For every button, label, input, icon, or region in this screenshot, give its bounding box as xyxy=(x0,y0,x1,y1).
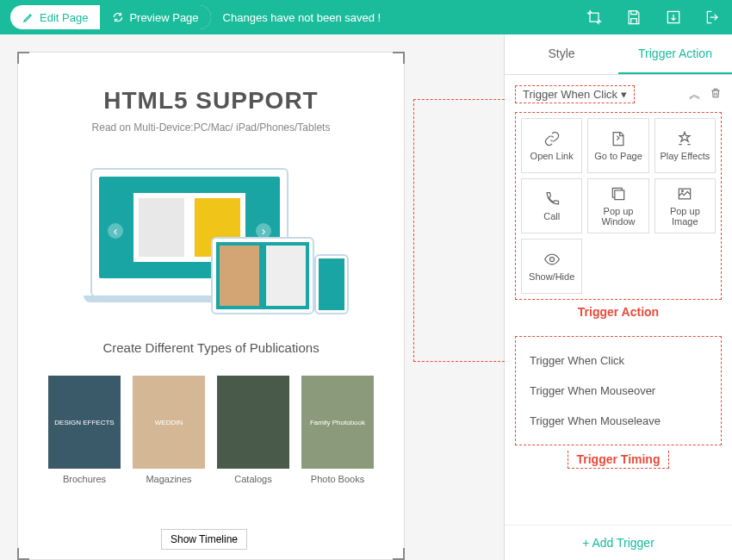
corner-handle-tr[interactable] xyxy=(393,52,405,64)
timing-option[interactable]: Trigger When Click xyxy=(524,345,712,376)
trigger-timing-dropdown[interactable]: Trigger When Click ▾ xyxy=(515,85,635,103)
trigger-dropdown-label: Trigger When Click xyxy=(523,88,617,101)
trigger-timing-list: Trigger When ClickTrigger When Mouseover… xyxy=(515,336,722,445)
crop-icon[interactable] xyxy=(586,9,603,26)
add-trigger-button[interactable]: + Add Trigger xyxy=(505,525,732,560)
publication-cover: DESIGN EFFECTS xyxy=(48,376,121,469)
action-open-link[interactable]: Open Link xyxy=(521,118,582,173)
publication-item[interactable]: WEDDINMagazines xyxy=(133,376,205,484)
unsaved-message: Changes have not been saved ! xyxy=(223,11,382,24)
panel-tabs: Style Trigger Action xyxy=(505,34,732,75)
annotation-trigger-action: Trigger Action xyxy=(515,305,722,319)
publication-item[interactable]: Family PhotobookPhoto Books xyxy=(301,376,374,484)
publication-cover xyxy=(217,376,289,469)
play-effects-icon xyxy=(676,130,693,147)
annotation-connector xyxy=(413,99,505,362)
action-label: Open Link xyxy=(530,151,574,161)
top-toolbar: Edit Page Preview Page Changes have not … xyxy=(0,0,732,34)
call-icon xyxy=(543,190,561,208)
publication-label: Catalogs xyxy=(217,474,289,484)
preview-page-button[interactable]: Preview Page xyxy=(100,5,210,29)
action-label: Call xyxy=(543,211,560,221)
mode-toggle: Edit Page Preview Page xyxy=(10,5,211,29)
publication-cover: WEDDIN xyxy=(133,376,205,469)
timing-option[interactable]: Trigger When Mouseleave xyxy=(524,406,712,436)
go-to-page-icon xyxy=(610,130,627,147)
publication-label: Brochures xyxy=(48,474,121,484)
save-icon[interactable] xyxy=(625,9,642,26)
annotation-trigger-timing: Trigger Timing xyxy=(568,451,670,469)
tablet-graphic xyxy=(211,237,314,314)
delete-icon[interactable] xyxy=(710,87,722,103)
publication-item[interactable]: Catalogs xyxy=(217,376,289,484)
canvas-area: HTML5 SUPPORT Read on Multi-Device:PC/Ma… xyxy=(0,34,504,560)
action-popup-image[interactable]: Pop up Image xyxy=(654,178,716,233)
action-label: Pop up Image xyxy=(657,206,713,227)
edit-page-label: Edit Page xyxy=(40,11,88,24)
popup-window-icon xyxy=(610,185,627,202)
pencil-icon xyxy=(22,11,34,23)
phone-graphic xyxy=(314,254,349,314)
action-label: Go to Page xyxy=(594,151,642,161)
publication-label: Magazines xyxy=(133,474,205,484)
import-icon[interactable] xyxy=(665,9,682,26)
action-label: Play Effects xyxy=(660,151,710,161)
tab-trigger-action[interactable]: Trigger Action xyxy=(618,34,732,74)
page-title: HTML5 SUPPORT xyxy=(44,87,378,115)
action-play-effects[interactable]: Play Effects xyxy=(654,118,716,173)
tab-style[interactable]: Style xyxy=(505,34,618,74)
trigger-action-grid: Open LinkGo to PagePlay EffectsCallPop u… xyxy=(515,112,722,300)
refresh-icon xyxy=(112,11,124,23)
corner-handle-br[interactable] xyxy=(393,548,405,560)
action-label: Show/Hide xyxy=(529,271,574,282)
devices-illustration: ‹› xyxy=(73,159,349,314)
publication-label: Photo Books xyxy=(301,474,374,484)
popup-image-icon xyxy=(676,185,693,202)
publication-item[interactable]: DESIGN EFFECTSBrochures xyxy=(48,376,121,484)
publication-cover: Family Photobook xyxy=(301,376,374,469)
action-popup-window[interactable]: Pop up Window xyxy=(587,178,648,233)
collapse-icon[interactable]: ︽ xyxy=(689,87,701,103)
action-label: Pop up Window xyxy=(590,206,646,227)
corner-handle-bl[interactable] xyxy=(17,548,29,560)
show-timeline-button[interactable]: Show Timeline xyxy=(161,529,247,550)
action-go-to-page[interactable]: Go to Page xyxy=(587,118,648,173)
show-hide-icon xyxy=(543,251,561,268)
corner-handle-tl[interactable] xyxy=(17,52,29,64)
action-call[interactable]: Call xyxy=(521,178,582,233)
caret-down-icon: ▾ xyxy=(621,88,627,101)
publications-row: DESIGN EFFECTSBrochuresWEDDINMagazinesCa… xyxy=(44,376,378,484)
timing-option[interactable]: Trigger When Mouseover xyxy=(524,376,712,406)
page-subtitle: Read on Multi-Device:PC/Mac/ iPad/Phones… xyxy=(44,121,378,134)
section-title: Create Different Types of Publications xyxy=(44,340,378,355)
svg-point-0 xyxy=(549,258,554,262)
right-panel: Style Trigger Action Trigger When Click … xyxy=(504,34,732,560)
open-link-icon xyxy=(543,130,561,147)
preview-page-label: Preview Page xyxy=(129,11,198,24)
page-canvas[interactable]: HTML5 SUPPORT Read on Multi-Device:PC/Ma… xyxy=(17,52,405,560)
exit-icon[interactable] xyxy=(704,9,722,26)
edit-page-button[interactable]: Edit Page xyxy=(10,5,100,29)
action-show-hide[interactable]: Show/Hide xyxy=(521,239,582,294)
